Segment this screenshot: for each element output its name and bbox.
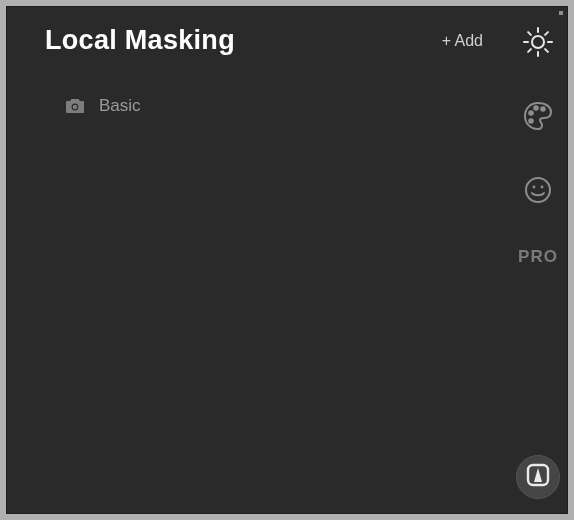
svg-point-13	[541, 107, 545, 111]
list-item-label: Basic	[99, 96, 141, 116]
svg-point-14	[529, 119, 533, 123]
svg-point-17	[541, 186, 544, 189]
smile-icon[interactable]	[521, 173, 555, 207]
pro-tab[interactable]: PRO	[518, 247, 558, 267]
svg-line-8	[545, 49, 548, 52]
svg-line-9	[528, 49, 531, 52]
svg-point-15	[526, 178, 550, 202]
svg-point-1	[73, 105, 78, 110]
main-area: Local Masking + Add Basic	[7, 7, 509, 513]
svg-line-10	[545, 32, 548, 35]
panel-frame: Local Masking + Add Basic	[6, 6, 568, 514]
corner-mark	[559, 11, 563, 15]
mask-tool-button[interactable]	[516, 455, 560, 499]
panel-title: Local Masking	[23, 25, 235, 56]
palette-icon[interactable]	[521, 99, 555, 133]
svg-point-11	[529, 111, 533, 115]
panel-header: Local Masking + Add	[23, 25, 493, 56]
mask-tool-icon	[525, 462, 551, 492]
svg-point-2	[532, 36, 544, 48]
list-item[interactable]: Basic	[23, 96, 493, 116]
camera-icon	[65, 98, 85, 114]
add-button[interactable]: + Add	[442, 32, 483, 50]
sidebar: PRO	[509, 7, 567, 513]
svg-line-7	[528, 32, 531, 35]
sun-icon[interactable]	[521, 25, 555, 59]
svg-point-16	[533, 186, 536, 189]
svg-point-12	[534, 106, 538, 110]
